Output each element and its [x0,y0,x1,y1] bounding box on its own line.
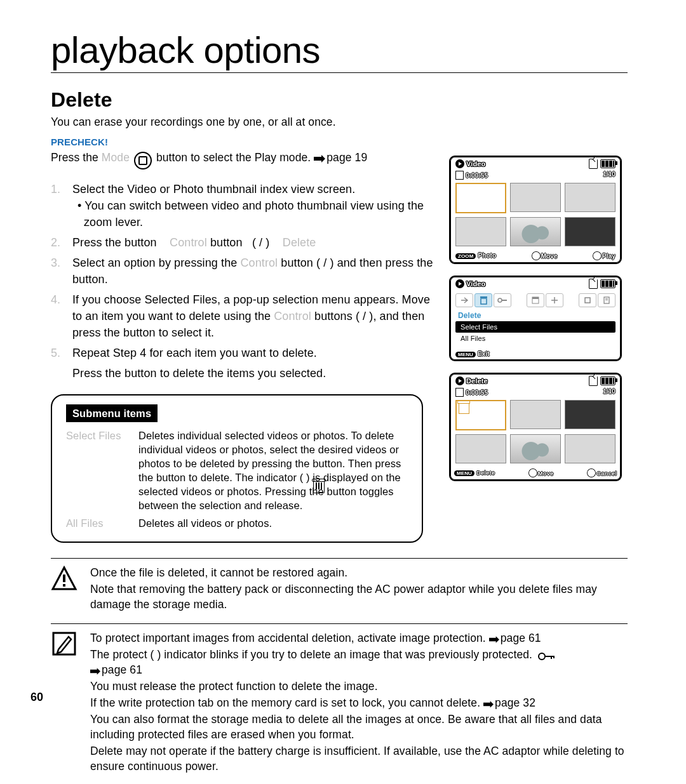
trash-icon [313,481,325,493]
cancel-hint: Cancel [588,469,617,477]
sd-card-icon [589,279,598,289]
text: button to select the Play mode. [156,151,314,164]
warning-text: Note that removing the battery pack or d… [90,581,628,612]
toolbar-icon [494,293,511,307]
protect-key-icon [537,652,555,661]
callout-list: Once the file is deleted, it cannot be r… [51,558,628,779]
submenu-item-label: Select Files [66,429,130,512]
svg-rect-5 [551,656,552,659]
menu-toolbar [450,291,621,309]
svg-rect-8 [480,296,487,298]
count-indicator: 1/10 [603,171,615,180]
menu-item-select-files: Select Files [455,321,615,333]
svg-rect-16 [605,300,608,300]
page-number: 60 [30,691,43,704]
count-indicator: 1/10 [603,388,615,397]
lcd-screen-delete-menu: Video Delete Select Files All Files MENU… [449,276,622,361]
svg-rect-13 [585,298,590,303]
exit-hint: MENUExit [450,348,621,361]
time-indicator: 0:00:55 [455,388,488,397]
thumbnail [565,400,615,429]
step-text: Press the button Control button ( / ) De… [72,234,438,251]
mode-button-icon [134,152,152,169]
step-number: 2. [51,234,62,251]
svg-rect-0 [63,575,65,582]
battery-status [589,376,615,386]
delete-mark-icon [459,403,469,414]
menu-title: Delete [458,311,615,320]
step-text: If you choose Selected Files, a pop-up s… [72,291,438,341]
svg-point-3 [539,653,545,660]
note-icon [51,630,77,657]
lcd-screen-delete-select: Delete 0:00:55 1/10 MENUDelete Move Canc… [449,373,622,481]
thumbnail-selected [455,400,506,430]
section-title: Delete [51,88,635,112]
svg-rect-7 [481,298,487,304]
toolbar-icon [546,293,563,307]
time-indicator: 0:00:55 [455,171,488,180]
submenu-heading: Submenu items [66,404,158,422]
lcd-illustrations: Video 0:00:55 1/10 ZOOMPhoto Move Play V… [449,156,622,493]
zoom-hint: ZOOMPhoto [455,252,496,260]
svg-rect-1 [63,584,65,587]
battery-status [589,159,615,169]
note-text: Delete may not operate if the battery ch… [90,743,628,774]
menu-item-all-files: All Files [455,333,615,344]
step-number: 4. [51,291,62,341]
warning-text: Once the file is deleted, it cannot be r… [90,565,628,580]
toolbar-icon [579,293,596,307]
delete-hint: MENUDelete [454,469,495,477]
svg-rect-15 [605,298,608,299]
submenu-item-desc: Deletes all videos or photos. [138,516,408,530]
note-text: To protect important images from acciden… [90,630,628,646]
thumbnail [455,217,506,246]
svg-rect-6 [553,656,555,658]
svg-rect-2 [53,633,75,654]
submenu-item-desc: Deletes individual selected videos or ph… [138,429,408,512]
note-callout: To protect important images from acciden… [51,623,628,779]
play-hint: Play [593,252,615,260]
mode-word: Mode [102,151,130,164]
note-text: The protect ( ) indicator blinks if you … [90,647,628,677]
toolbar-icon [455,293,473,307]
svg-point-9 [498,298,502,302]
step-number: 5. [51,345,62,382]
thumbnail [510,434,561,463]
step-list: 1. Select the Video or Photo thumbnail i… [51,181,438,543]
page-ref-arrow-icon [483,701,494,708]
thumbnail-grid [450,181,621,250]
page-ref: page 19 [326,151,367,164]
svg-rect-12 [532,297,539,299]
step-subtext: You can switch between video and photo t… [72,197,438,230]
battery-status [589,279,615,289]
precheck-label: PRECHECK! [51,136,635,147]
sd-card-icon [589,376,598,386]
thumbnail [510,183,561,212]
step-text: Select an option by pressing the Control… [72,255,438,288]
thumbnail [565,434,615,463]
step-text: Repeat Step 4 for each item you want to … [72,345,438,382]
submenu-box: Submenu items Select Files Deletes indiv… [51,394,423,543]
page-ref-arrow-icon [489,636,499,643]
svg-rect-10 [502,300,507,301]
thumbnail-grid [450,398,621,467]
note-text: If the write protection tab on the memor… [90,695,628,710]
thumbnail [565,217,615,246]
lcd-screen-video-index: Video 0:00:55 1/10 ZOOMPhoto Move Play [449,156,622,264]
note-text: You must release the protect function to… [90,679,628,694]
play-mode-icon: Delete [455,376,488,385]
thumbnail-selected [455,183,506,213]
battery-icon [600,159,615,168]
battery-icon [600,279,615,288]
battery-icon [600,376,615,385]
play-mode-icon: Video [455,159,485,168]
toolbar-icon [527,293,544,307]
note-text: You can also format the storage media to… [90,712,628,742]
play-mode-icon: Video [455,279,485,288]
warning-callout: Once the file is deleted, it cannot be r… [51,558,628,623]
thumbnail [455,434,506,463]
sd-card-icon [589,159,598,169]
toolbar-icon-delete [474,293,492,307]
svg-rect-4 [545,656,554,657]
submenu-item-label: All Files [66,516,130,530]
